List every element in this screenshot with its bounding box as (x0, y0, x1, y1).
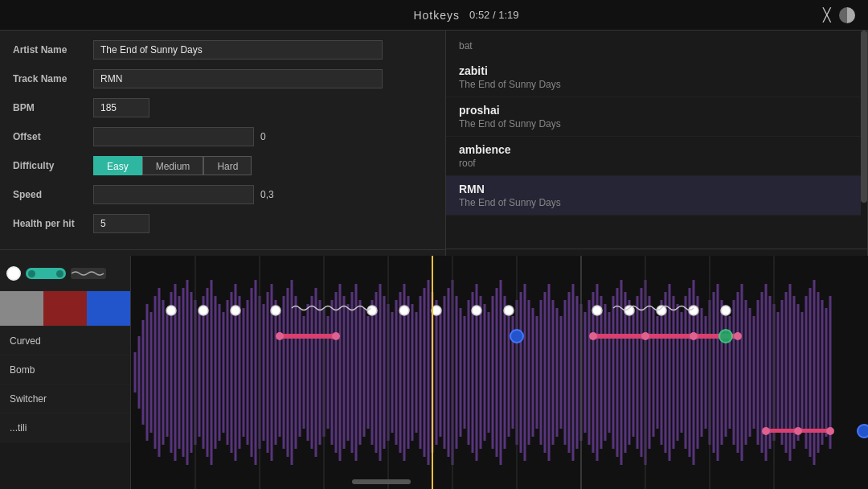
svg-point-33 (719, 330, 732, 343)
artist-name-input[interactable] (93, 40, 383, 60)
offset-row: Offset 0 (13, 125, 432, 148)
top-bar-center: Hotkeys 0:52 / 1:19 (413, 9, 518, 22)
track-title-zabiti: zabiti (459, 64, 854, 77)
half-circle-icon[interactable] (839, 7, 855, 23)
right-panel: bat zabiti The End of Sunny Days proshai… (446, 31, 868, 286)
track-name-label: Track Name (13, 73, 93, 84)
speed-input[interactable] (93, 185, 254, 204)
speed-value: 0,3 (260, 189, 274, 200)
color-gray-swatch[interactable] (0, 291, 43, 326)
svg-point-19 (592, 306, 602, 315)
track-title-ambience: ambience (459, 143, 854, 156)
horizontal-scrollbar-thumb[interactable] (352, 479, 411, 484)
track-item-ambience[interactable]: ambience roof (446, 137, 867, 176)
svg-point-36 (794, 427, 802, 435)
tili-button[interactable]: ...tili (0, 413, 130, 442)
offset-label: Offset (13, 131, 93, 142)
form-area: Artist Name Track Name BPM Offset 0 Diff… (0, 31, 445, 249)
top-bar: Hotkeys 0:52 / 1:19 ╳ (0, 0, 868, 31)
svg-rect-27 (593, 334, 738, 339)
track-name-input[interactable] (93, 69, 383, 88)
svg-point-31 (734, 332, 742, 340)
track-artist-rmn: The End of Sunny Days (459, 197, 854, 208)
svg-point-30 (690, 332, 698, 340)
svg-point-23 (721, 306, 731, 315)
offset-value: 0 (260, 131, 266, 142)
fork-icon[interactable]: ╳ (823, 7, 831, 23)
time-display: 0:52 / 1:19 (469, 9, 518, 21)
main-content: Artist Name Track Name BPM Offset 0 Diff… (0, 31, 868, 286)
svg-point-32 (510, 330, 523, 343)
svg-point-26 (332, 332, 340, 340)
track-artist-ambience: roof (459, 158, 854, 169)
top-bar-icons: ╳ (823, 7, 855, 23)
track-name-bat: bat (459, 40, 473, 51)
track-title-rmn: RMN (459, 183, 854, 195)
svg-point-15 (399, 306, 409, 315)
wave-note-icon[interactable] (71, 268, 106, 279)
svg-rect-24 (280, 334, 336, 339)
artist-name-label: Artist Name (13, 44, 93, 55)
track-list: bat zabiti The End of Sunny Days proshai… (446, 31, 867, 249)
svg-point-28 (589, 332, 597, 340)
svg-point-38 (858, 425, 868, 438)
left-panel: Artist Name Track Name BPM Offset 0 Diff… (0, 31, 446, 286)
track-item-proshai[interactable]: proshai The End of Sunny Days (446, 97, 867, 137)
waveform-svg: // This is inline, won't execute in SVG … (131, 256, 868, 489)
speed-row: Speed 0,3 (13, 183, 432, 206)
artist-name-row: Artist Name (13, 39, 432, 61)
bpm-label: BPM (13, 102, 93, 113)
color-blue-swatch[interactable] (87, 291, 130, 326)
difficulty-easy-button[interactable]: Easy (93, 156, 142, 175)
color-red-swatch[interactable] (43, 291, 87, 326)
switcher-button[interactable]: Switcher (0, 384, 130, 413)
difficulty-row: Difficulty Easy Medium Hard (13, 154, 432, 177)
bpm-row: BPM (13, 97, 432, 119)
app-title: Hotkeys (413, 9, 460, 22)
difficulty-hard-button[interactable]: Hard (203, 156, 252, 175)
difficulty-medium-button[interactable]: Medium (142, 156, 204, 175)
hold-note-icon[interactable] (26, 268, 66, 279)
svg-point-17 (472, 306, 481, 315)
color-swatches-row (0, 291, 130, 327)
track-item-rmn[interactable]: RMN The End of Sunny Days (446, 176, 867, 216)
health-input[interactable] (93, 214, 149, 233)
track-artist-proshai: The End of Sunny Days (459, 118, 854, 129)
editor-sidebar: Curved Bomb Switcher ...tili (0, 256, 131, 489)
speed-label: Speed (13, 189, 93, 200)
svg-point-13 (271, 306, 280, 315)
svg-point-35 (762, 427, 770, 435)
bomb-button[interactable]: Bomb (0, 355, 130, 384)
editor-section: Curved Bomb Switcher ...tili // This is … (0, 256, 868, 489)
svg-point-37 (826, 427, 834, 435)
scrollbar-thumb (861, 31, 867, 203)
svg-point-12 (231, 306, 240, 315)
track-item-zabiti[interactable]: zabiti The End of Sunny Days (446, 58, 867, 97)
svg-point-11 (199, 306, 208, 315)
health-label: Health per hit (13, 218, 93, 229)
svg-point-29 (641, 332, 649, 340)
track-title-proshai: proshai (459, 104, 854, 117)
note-circle-1 (166, 306, 176, 315)
difficulty-group: Easy Medium Hard (93, 156, 252, 175)
bpm-input[interactable] (93, 98, 149, 117)
track-artist-zabiti: The End of Sunny Days (459, 79, 854, 90)
note-icons-row (0, 256, 130, 291)
curved-button[interactable]: Curved (0, 327, 130, 355)
circle-note-icon[interactable] (6, 266, 21, 281)
svg-point-18 (504, 306, 514, 315)
health-row: Health per hit (13, 212, 432, 235)
offset-input[interactable] (93, 127, 254, 146)
waveform-area[interactable]: // This is inline, won't execute in SVG … (131, 256, 868, 489)
svg-point-25 (276, 332, 284, 340)
difficulty-label: Difficulty (13, 160, 93, 171)
right-scrollbar[interactable] (861, 31, 867, 246)
track-name-row: Track Name (13, 68, 432, 90)
track-item-bat[interactable]: bat (446, 34, 867, 58)
